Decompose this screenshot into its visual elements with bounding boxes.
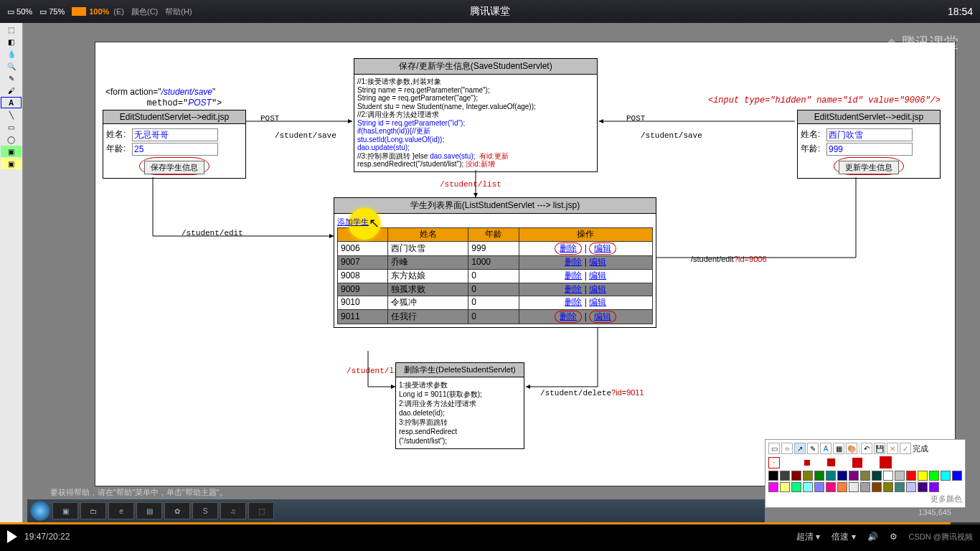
color-swatch[interactable] bbox=[780, 482, 790, 492]
video-controls[interactable]: 19:47/20:22 超清 ▾ 倍速 ▾ 🔊 ⚙ CSDN @腾讯视频 bbox=[0, 522, 980, 551]
more-colors[interactable]: 更多颜色 bbox=[768, 494, 962, 504]
palette-swatches[interactable] bbox=[768, 471, 962, 492]
update-button[interactable]: 更新学生信息 bbox=[839, 161, 899, 174]
name-input-r[interactable] bbox=[826, 128, 913, 141]
color-swatch[interactable] bbox=[895, 482, 905, 492]
tool-pencil[interactable]: ✎ bbox=[1, 72, 22, 84]
color-swatch[interactable] bbox=[826, 471, 836, 481]
taskbar[interactable]: ▣ 🗀 e ▤ ✿ S ♫ ⬚ bbox=[27, 499, 765, 522]
color-swatch[interactable] bbox=[895, 471, 905, 481]
color-swatch[interactable] bbox=[814, 482, 824, 492]
color-swatch[interactable] bbox=[883, 482, 893, 492]
color-swatch[interactable] bbox=[872, 471, 882, 481]
size-5[interactable] bbox=[880, 456, 892, 468]
color-swatch[interactable] bbox=[941, 471, 951, 481]
tool-eraser[interactable]: ◧ bbox=[1, 36, 22, 47]
color-swatch[interactable] bbox=[791, 471, 801, 481]
menu-color[interactable]: 颜色(C) bbox=[131, 6, 158, 17]
task-7[interactable]: ♫ bbox=[220, 502, 246, 519]
task-1[interactable]: ▣ bbox=[52, 502, 78, 519]
tool-layer2[interactable]: ▣ bbox=[1, 158, 22, 169]
menu-help[interactable]: 帮助(H) bbox=[165, 6, 192, 17]
task-3[interactable]: e bbox=[108, 502, 134, 519]
color-swatch[interactable] bbox=[849, 471, 859, 481]
task-5[interactable]: ✿ bbox=[164, 502, 190, 519]
settings-icon[interactable]: ⚙ bbox=[890, 532, 897, 542]
delete-link[interactable]: 删除 bbox=[565, 297, 582, 307]
color-swatch[interactable] bbox=[837, 482, 847, 492]
color-swatch[interactable] bbox=[814, 471, 824, 481]
color-swatch[interactable] bbox=[768, 471, 778, 481]
color-swatch[interactable] bbox=[952, 471, 962, 481]
circle-icon[interactable]: ○ bbox=[781, 443, 793, 454]
save-button[interactable]: 保存学生信息 bbox=[144, 161, 204, 174]
progress-bar[interactable] bbox=[0, 522, 980, 524]
edit-link[interactable]: 编辑 bbox=[594, 311, 611, 321]
mosaic-icon[interactable]: ▦ bbox=[833, 443, 844, 454]
volume-icon[interactable]: 🔊 bbox=[867, 532, 878, 542]
color-swatch[interactable] bbox=[883, 471, 893, 481]
save-icon[interactable]: 💾 bbox=[874, 443, 885, 454]
paint-toolstrip[interactable]: ⬚ ◧ 💧 🔍 ✎ 🖌 A ╲ ▭ ◯ ▣ ▣ bbox=[0, 23, 23, 522]
color-swatch[interactable] bbox=[918, 482, 928, 492]
color-swatch[interactable] bbox=[906, 482, 916, 492]
tool-select[interactable]: ⬚ bbox=[1, 24, 22, 35]
delete-link[interactable]: 删除 bbox=[565, 257, 582, 267]
tool-text[interactable]: A bbox=[1, 97, 22, 108]
text-icon[interactable]: A bbox=[820, 443, 831, 454]
edit-link[interactable]: 编辑 bbox=[589, 297, 606, 307]
tool-pick[interactable]: 💧 bbox=[1, 48, 22, 60]
color-swatch[interactable] bbox=[768, 482, 778, 492]
menu-e[interactable]: (E) bbox=[113, 7, 124, 16]
edit-link[interactable]: 编辑 bbox=[589, 270, 606, 281]
color-swatch[interactable] bbox=[803, 482, 813, 492]
task-2[interactable]: 🗀 bbox=[80, 502, 106, 519]
rect-icon[interactable]: ▭ bbox=[768, 443, 780, 454]
add-student-link[interactable]: 添加学生 bbox=[337, 217, 369, 226]
color-swatch[interactable] bbox=[918, 471, 928, 481]
color-swatch[interactable] bbox=[929, 482, 939, 492]
edit-link[interactable]: 编辑 bbox=[589, 257, 606, 267]
age-input[interactable] bbox=[132, 143, 218, 156]
size-3[interactable] bbox=[827, 458, 835, 466]
edit-link[interactable]: 编辑 bbox=[594, 243, 611, 253]
color-swatch[interactable] bbox=[849, 482, 859, 492]
undo-icon[interactable]: ↶ bbox=[861, 443, 872, 454]
task-8[interactable]: ⬚ bbox=[248, 502, 274, 519]
pen-icon[interactable]: ✎ bbox=[807, 443, 819, 454]
color-swatch[interactable] bbox=[791, 482, 801, 492]
play-button[interactable] bbox=[7, 530, 17, 543]
close-icon[interactable]: ✕ bbox=[887, 443, 898, 454]
tool-zoom[interactable]: 🔍 bbox=[1, 60, 22, 72]
check-icon[interactable]: ✓ bbox=[900, 443, 911, 454]
quality-button[interactable]: 超清 ▾ bbox=[796, 531, 820, 543]
color-swatch[interactable] bbox=[826, 482, 836, 492]
task-4[interactable]: ▤ bbox=[136, 502, 162, 519]
age-input-r[interactable] bbox=[826, 143, 913, 156]
start-button[interactable] bbox=[30, 501, 50, 521]
delete-link[interactable]: 删除 bbox=[565, 270, 582, 281]
task-6[interactable]: S bbox=[192, 502, 218, 519]
color-swatch[interactable] bbox=[872, 482, 882, 492]
name-input[interactable] bbox=[132, 128, 218, 141]
arrow-icon[interactable]: ↗ bbox=[794, 443, 806, 454]
delete-link[interactable]: 删除 bbox=[560, 243, 577, 253]
tool-rect[interactable]: ▭ bbox=[1, 121, 22, 133]
tool-brush[interactable]: 🖌 bbox=[1, 85, 22, 96]
color-swatch[interactable] bbox=[929, 471, 939, 481]
color-swatch[interactable] bbox=[803, 471, 813, 481]
speed-button[interactable]: 倍速 ▾ bbox=[831, 531, 855, 543]
edit-link[interactable]: 编辑 bbox=[589, 284, 606, 294]
size-dot-1[interactable]: · bbox=[768, 457, 780, 468]
color-swatch[interactable] bbox=[837, 471, 847, 481]
color-swatch[interactable] bbox=[780, 471, 790, 481]
annotation-palette[interactable]: ▭ ○ ↗ ✎ A ▦ 🎨 ↶ 💾 ✕ ✓ 完成 · 更多颜色 bbox=[765, 439, 966, 508]
size-4[interactable] bbox=[852, 458, 862, 468]
color-swatch[interactable] bbox=[906, 471, 916, 481]
tool-ellipse[interactable]: ◯ bbox=[1, 133, 22, 145]
size-2[interactable] bbox=[804, 460, 810, 466]
color-swatch[interactable] bbox=[860, 471, 870, 481]
tool-layer1[interactable]: ▣ bbox=[1, 146, 22, 157]
delete-link[interactable]: 删除 bbox=[565, 284, 582, 294]
tool-line[interactable]: ╲ bbox=[1, 109, 22, 121]
